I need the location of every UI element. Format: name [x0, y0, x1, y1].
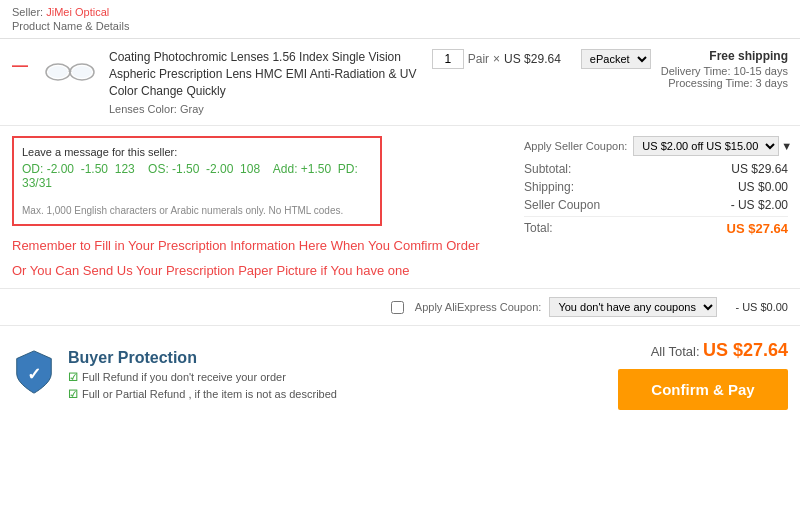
ali-coupon-bar: Apply AliExpress Coupon: You don't have …	[0, 289, 800, 326]
message-label: Leave a message for this seller:	[22, 146, 372, 158]
message-hint: Max. 1,000 English characters or Arabic …	[22, 205, 372, 216]
shipping-select[interactable]: ePacket	[581, 49, 651, 69]
protection-title: Buyer Protection	[68, 349, 337, 367]
all-total-row: All Total: US $27.64	[618, 340, 788, 361]
svg-text:✓: ✓	[27, 364, 41, 384]
ali-coupon-checkbox[interactable]	[391, 301, 404, 314]
product-title: Coating Photochromic Lenses 1.56 Index S…	[109, 49, 422, 99]
confirm-pay-button[interactable]: Confirm & Pay	[618, 369, 788, 410]
shield-icon: ✓	[12, 349, 56, 397]
shipping-method-selector[interactable]: ePacket	[581, 49, 651, 69]
total-pay-section: All Total: US $27.64 Confirm & Pay	[618, 340, 788, 410]
coupon-select[interactable]: US $2.00 off US $15.00	[633, 136, 779, 156]
reminder-line1: Remember to Fill in Your Prescription In…	[12, 238, 508, 253]
product-image	[42, 49, 97, 94]
ali-coupon-select[interactable]: You don't have any coupons	[549, 297, 717, 317]
svg-point-3	[48, 66, 68, 78]
summary-table: Subtotal: US $29.64 Shipping: US $0.00 S…	[524, 162, 788, 236]
ali-coupon-label: Apply AliExpress Coupon:	[415, 301, 542, 313]
unit-label: Pair	[468, 52, 489, 66]
product-section-label: Product Name & Details	[12, 20, 788, 32]
check-icon-1: ☑	[68, 371, 78, 384]
footer: ✓ Buyer Protection ☑ Full Refund if you …	[0, 326, 800, 424]
message-box: Leave a message for this seller: Max. 1,…	[12, 136, 382, 226]
quantity-input[interactable]	[432, 49, 464, 69]
message-textarea[interactable]	[22, 162, 372, 198]
check-icon-2: ☑	[68, 388, 78, 401]
svg-point-4	[72, 66, 92, 78]
protection-item-2: Full or Partial Refund , if the item is …	[82, 388, 337, 400]
protection-item-1: Full Refund if you don't receive your or…	[82, 371, 286, 383]
seller-label: Seller: JiMei Optical	[12, 6, 788, 18]
coupon-label: Apply Seller Coupon:	[524, 140, 627, 152]
buyer-protection: ✓ Buyer Protection ☑ Full Refund if you …	[12, 349, 337, 401]
unit-price: US $29.64	[504, 52, 561, 66]
dropdown-arrow: ▼	[781, 140, 792, 152]
qty-section: Pair × US $29.64	[432, 49, 561, 69]
ali-discount: - US $0.00	[735, 301, 788, 313]
shipping-info: Free shipping Delivery Time: 10-15 days …	[661, 49, 788, 89]
dash-decoration: —	[12, 57, 42, 75]
product-color: Lenses Color: Gray	[109, 103, 422, 115]
reminder-line2: Or You Can Send Us Your Prescription Pap…	[12, 263, 508, 278]
